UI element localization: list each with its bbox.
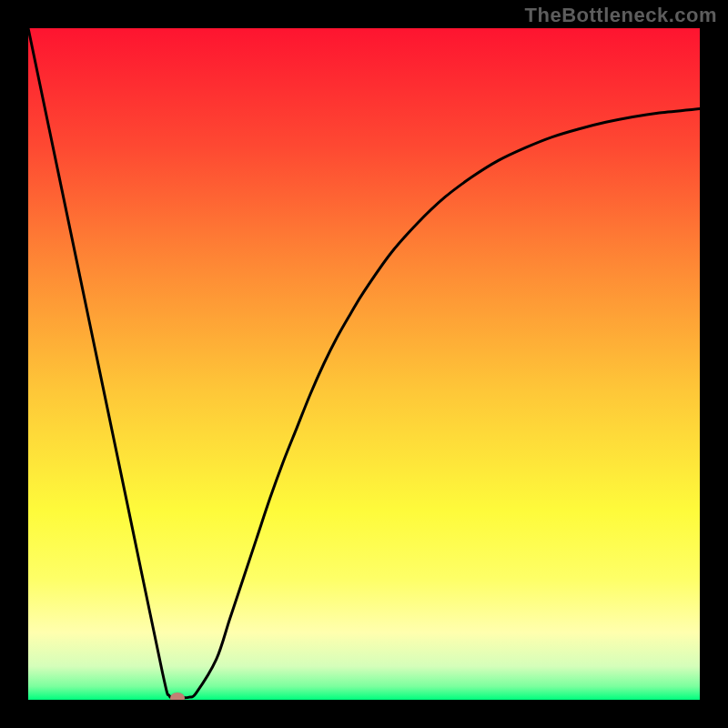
watermark-text: TheBottleneck.com bbox=[525, 4, 717, 27]
chart-frame: TheBottleneck.com bbox=[0, 0, 728, 728]
plot-area bbox=[28, 28, 700, 700]
min-marker bbox=[170, 693, 185, 700]
curve-line bbox=[28, 28, 700, 700]
